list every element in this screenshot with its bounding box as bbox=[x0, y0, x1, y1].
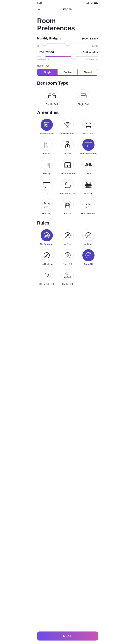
svg-point-33 bbox=[67, 142, 68, 143]
budget-thumb-left[interactable] bbox=[42, 41, 47, 45]
rule-no-pets[interactable]: No Pets bbox=[58, 229, 77, 246]
svg-point-60 bbox=[66, 165, 66, 166]
amenity-has-dog[interactable]: Has Dog bbox=[37, 198, 56, 215]
svg-rect-0 bbox=[86, 4, 86, 4]
tv-icon bbox=[43, 182, 50, 188]
time-period-slider[interactable]: No Minimum No Maximum bbox=[37, 56, 98, 61]
amenity-wifi-included[interactable]: Wifi Included bbox=[58, 119, 77, 135]
m2m-label: Month-to-Month bbox=[60, 172, 76, 175]
rule-other-pets-ok[interactable]: Other Pets OK bbox=[37, 269, 56, 286]
wifi-icon-circle bbox=[62, 119, 74, 131]
balcony-icon bbox=[85, 182, 92, 188]
rule-cats-ok[interactable]: Cats OK bbox=[79, 249, 98, 266]
status-icons bbox=[86, 2, 98, 4]
svg-rect-70 bbox=[43, 182, 50, 187]
time-period-thumb-right[interactable] bbox=[72, 54, 76, 59]
svg-point-121 bbox=[68, 273, 70, 274]
svg-rect-86 bbox=[86, 182, 90, 184]
amenity-heating[interactable]: Heating bbox=[37, 159, 56, 175]
budget-thumb-right[interactable] bbox=[65, 41, 70, 45]
no-pets-icon-circle bbox=[62, 229, 74, 241]
rule-dogs-ok[interactable]: Dogs OK bbox=[58, 249, 77, 266]
amenity-furnished[interactable]: Furnished bbox=[79, 119, 98, 135]
rule-no-drugs[interactable]: No Drugs bbox=[79, 229, 98, 246]
svg-point-112 bbox=[67, 255, 68, 256]
svg-point-116 bbox=[86, 252, 91, 258]
wifi-amenity-icon bbox=[64, 122, 71, 128]
budget-slider[interactable]: $0 $5,000 bbox=[37, 43, 98, 47]
elevator-icon bbox=[44, 141, 50, 148]
room-type-single[interactable]: Single bbox=[37, 69, 58, 76]
svg-rect-29 bbox=[90, 126, 91, 128]
content: RoomPreferences Monthly Budgets $600 - $… bbox=[34, 13, 102, 308]
time-period-thumb-left[interactable] bbox=[41, 54, 46, 59]
amenity-in-unit-washer[interactable]: In-unit Washer bbox=[37, 119, 56, 135]
no-smoking-icon-circle bbox=[41, 229, 53, 241]
svg-point-120 bbox=[65, 273, 67, 274]
has-dog-label: Has Dog bbox=[42, 212, 51, 215]
status-bar: 9:41 bbox=[34, 0, 102, 6]
other-pet-icon-circle bbox=[82, 198, 94, 211]
wifi-included-label: Wifi Included bbox=[61, 132, 74, 135]
room-type-shared[interactable]: Shared bbox=[78, 69, 98, 76]
svg-rect-3 bbox=[88, 2, 89, 4]
heating-label: Heating bbox=[43, 172, 50, 175]
budget-section-header: Monthly Budgets $600 - $2,500 bbox=[37, 37, 98, 40]
time-period-max: No Maximum bbox=[86, 58, 98, 61]
dog-icon-circle bbox=[41, 198, 53, 211]
svg-point-61 bbox=[67, 165, 68, 166]
in-unit-washer-label: In-unit Washer bbox=[39, 132, 54, 135]
ac-icon-circle bbox=[82, 139, 94, 151]
room-type-double[interactable]: Double bbox=[58, 69, 78, 76]
back-button[interactable]: ← bbox=[37, 7, 41, 11]
doorman-icon-circle bbox=[62, 139, 74, 151]
svg-rect-66 bbox=[90, 164, 92, 166]
bed-single-item[interactable]: Single Bed bbox=[68, 89, 98, 106]
cat-icon bbox=[64, 201, 71, 208]
amenity-gym[interactable]: Gym bbox=[79, 159, 98, 175]
amenity-private-bathroom[interactable]: Private Bathroom bbox=[58, 179, 77, 195]
amenity-elevator[interactable]: Elevator bbox=[37, 139, 56, 155]
svg-point-111 bbox=[65, 252, 70, 258]
balcony-icon-circle bbox=[82, 179, 94, 191]
svg-rect-28 bbox=[86, 126, 87, 128]
time-period-slider-labels: No Minimum No Maximum bbox=[37, 58, 98, 61]
amenity-has-cat[interactable]: Has Cat bbox=[58, 198, 77, 215]
dogs-ok-icon-circle bbox=[62, 249, 74, 261]
svg-point-94 bbox=[68, 205, 69, 206]
amenity-month-to-month[interactable]: Month-to-Month bbox=[58, 159, 77, 175]
couple-ok-icon-circle bbox=[62, 269, 74, 281]
washer-icon bbox=[44, 122, 50, 128]
svg-rect-65 bbox=[85, 164, 86, 166]
rule-no-smoking[interactable]: No Smoking bbox=[37, 229, 56, 246]
amenities-title: Amenities bbox=[37, 110, 98, 115]
tv-icon-circle bbox=[41, 179, 53, 191]
no-drugs-label: No Drugs bbox=[84, 243, 93, 246]
amenity-balcony[interactable]: Balcony bbox=[79, 179, 98, 195]
svg-rect-2 bbox=[88, 2, 88, 4]
cats-ok-icon bbox=[85, 252, 92, 259]
svg-point-37 bbox=[67, 146, 68, 147]
amenity-tv[interactable]: TV bbox=[37, 179, 56, 195]
balcony-label: Balcony bbox=[84, 192, 92, 195]
gym-label: Gym bbox=[86, 172, 91, 175]
budget-value: $600 - $2,500 bbox=[82, 37, 98, 40]
time-period-section-header: Time Period 2 - 6 months bbox=[37, 50, 98, 54]
amenity-has-other-pet[interactable]: Has Other Pet bbox=[79, 198, 98, 215]
rule-couple-ok[interactable]: Coulpe OK bbox=[58, 269, 77, 286]
dogs-ok-icon bbox=[64, 252, 71, 259]
room-type-selector: Single Double Shared bbox=[37, 69, 98, 76]
bed-double-item[interactable]: Double Bed bbox=[37, 89, 67, 106]
amenity-air-conditioning[interactable]: Air Conditioning bbox=[79, 139, 98, 155]
svg-point-115 bbox=[68, 254, 69, 255]
calendar-icon bbox=[64, 161, 71, 168]
page-title: RoomPreferences bbox=[37, 18, 98, 32]
budget-label: Monthly Budgets bbox=[37, 37, 61, 40]
couple-ok-label: Coulpe OK bbox=[62, 283, 73, 286]
amenity-doorman[interactable]: Doorman bbox=[58, 139, 77, 155]
svg-point-114 bbox=[67, 254, 68, 254]
other-pets-ok-icon-circle bbox=[41, 269, 53, 281]
rule-no-drinking[interactable]: No Drinking bbox=[37, 249, 56, 266]
svg-point-117 bbox=[88, 255, 88, 256]
svg-point-47 bbox=[90, 143, 91, 144]
